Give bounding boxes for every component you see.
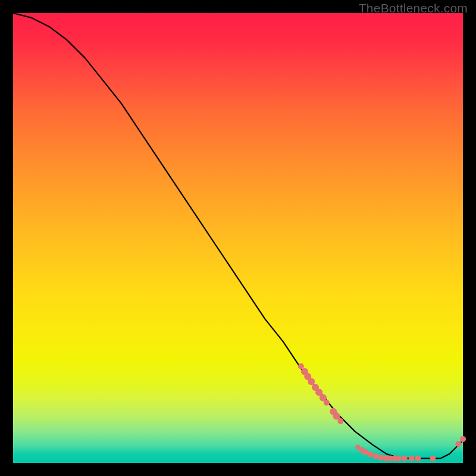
plot-area <box>13 13 463 463</box>
chart-stage: TheBottleneck.com <box>0 0 476 476</box>
scatter-points <box>298 364 466 462</box>
data-point <box>415 455 421 461</box>
chart-svg <box>13 13 463 463</box>
curve-line <box>13 13 463 458</box>
data-point <box>455 441 461 447</box>
data-point <box>337 418 343 424</box>
data-point <box>372 453 378 459</box>
data-point <box>409 455 415 461</box>
data-point <box>378 455 384 461</box>
data-point <box>430 455 436 461</box>
data-point <box>367 452 373 458</box>
data-point <box>460 436 466 442</box>
data-point <box>396 455 402 461</box>
data-point <box>298 364 304 369</box>
data-point <box>324 400 330 406</box>
data-point <box>308 378 315 385</box>
data-point <box>402 455 408 461</box>
